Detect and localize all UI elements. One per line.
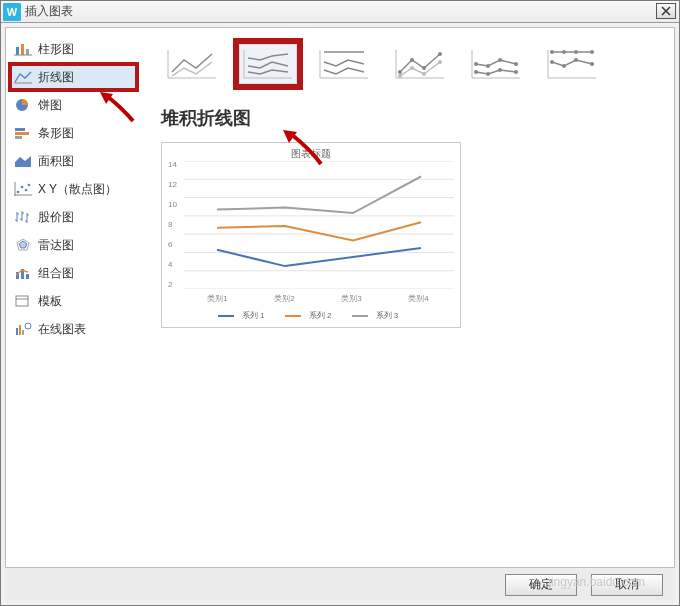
dialog-footer: jingyan.baidu.com 确定 取消 bbox=[5, 567, 675, 601]
svg-point-44 bbox=[590, 62, 594, 66]
subtype-line-stacked-markers[interactable] bbox=[467, 44, 525, 84]
sidebar-item-label: 条形图 bbox=[38, 125, 74, 142]
sidebar-item-column[interactable]: 柱形图 bbox=[10, 36, 137, 62]
sidebar-item-line[interactable]: 折线图 bbox=[10, 64, 137, 90]
template-icon bbox=[14, 294, 32, 308]
svg-rect-0 bbox=[16, 47, 19, 55]
subtype-line-markers[interactable] bbox=[391, 44, 449, 84]
sidebar-item-label: 股价图 bbox=[38, 209, 74, 226]
main-panel: 堆积折线图 图表标题 14 12 10 8 6 4 2 bbox=[141, 28, 674, 600]
svg-rect-2 bbox=[26, 49, 29, 55]
svg-point-24 bbox=[438, 52, 442, 56]
sidebar-item-label: 雷达图 bbox=[38, 237, 74, 254]
svg-point-36 bbox=[514, 62, 518, 66]
svg-point-37 bbox=[550, 50, 554, 54]
svg-point-31 bbox=[498, 68, 502, 72]
line-markers-icon bbox=[394, 48, 446, 80]
svg-point-27 bbox=[422, 72, 426, 76]
column-chart-icon bbox=[14, 42, 32, 56]
svg-point-28 bbox=[438, 60, 442, 64]
stacked-line-icon bbox=[242, 48, 294, 80]
preview-title: 图表标题 bbox=[162, 143, 460, 161]
sidebar-item-combo[interactable]: 组合图 bbox=[10, 260, 137, 286]
pct-stacked-line-markers-icon bbox=[546, 48, 598, 80]
svg-rect-1 bbox=[21, 44, 24, 55]
svg-rect-14 bbox=[16, 296, 28, 306]
svg-point-38 bbox=[562, 50, 566, 54]
svg-point-18 bbox=[25, 323, 31, 329]
titlebar: W 插入图表 bbox=[1, 1, 679, 23]
radar-chart-icon bbox=[14, 238, 32, 252]
svg-point-23 bbox=[422, 66, 426, 70]
svg-rect-4 bbox=[15, 128, 25, 131]
preview-plot bbox=[184, 161, 454, 289]
online-chart-icon bbox=[14, 322, 32, 336]
svg-point-29 bbox=[474, 70, 478, 74]
svg-point-10 bbox=[28, 184, 31, 187]
sidebar-item-template[interactable]: 模板 bbox=[10, 288, 137, 314]
dialog-body: 柱形图 折线图 饼图 条形图 bbox=[5, 27, 675, 601]
sidebar-item-online[interactable]: 在线图表 bbox=[10, 316, 137, 342]
sidebar-item-pie[interactable]: 饼图 bbox=[10, 92, 137, 118]
sidebar-item-label: 饼图 bbox=[38, 97, 62, 114]
dialog-title: 插入图表 bbox=[25, 3, 73, 20]
subtype-line-pct-markers[interactable] bbox=[543, 44, 601, 84]
close-icon bbox=[661, 6, 671, 16]
app-icon: W bbox=[3, 3, 21, 21]
chart-type-sidebar: 柱形图 折线图 饼图 条形图 bbox=[6, 28, 141, 600]
bar-chart-icon bbox=[14, 126, 32, 140]
pct-stacked-line-icon bbox=[318, 48, 370, 80]
sidebar-item-label: 面积图 bbox=[38, 153, 74, 170]
svg-point-9 bbox=[25, 189, 28, 192]
svg-point-8 bbox=[21, 186, 24, 189]
sidebar-item-bar[interactable]: 条形图 bbox=[10, 120, 137, 146]
preview-xcats: 类别1 类别2 类别3 类别4 bbox=[184, 293, 452, 304]
subtype-line-basic[interactable] bbox=[163, 44, 221, 84]
svg-rect-17 bbox=[22, 330, 24, 335]
pie-chart-icon bbox=[14, 98, 32, 112]
svg-point-42 bbox=[562, 64, 566, 68]
chart-preview: 图表标题 14 12 10 8 6 4 2 bbox=[161, 142, 461, 328]
stock-chart-icon bbox=[14, 210, 32, 224]
sidebar-item-radar[interactable]: 雷达图 bbox=[10, 232, 137, 258]
line-chart-icon bbox=[14, 70, 32, 84]
sidebar-item-label: 模板 bbox=[38, 293, 62, 310]
svg-point-21 bbox=[398, 70, 402, 74]
preview-yticks: 14 12 10 8 6 4 2 bbox=[168, 161, 177, 301]
svg-rect-16 bbox=[19, 325, 21, 335]
svg-point-43 bbox=[574, 58, 578, 62]
svg-point-40 bbox=[590, 50, 594, 54]
subtype-line-stacked[interactable] bbox=[239, 44, 297, 84]
sidebar-item-label: 组合图 bbox=[38, 265, 74, 282]
svg-point-41 bbox=[550, 60, 554, 64]
line-basic-icon bbox=[166, 48, 218, 80]
svg-rect-15 bbox=[16, 328, 18, 335]
subtype-line-pct[interactable] bbox=[315, 44, 373, 84]
sidebar-item-scatter[interactable]: X Y（散点图） bbox=[10, 176, 137, 202]
svg-point-22 bbox=[410, 58, 414, 62]
svg-point-35 bbox=[498, 58, 502, 62]
sidebar-item-label: X Y（散点图） bbox=[38, 181, 117, 198]
svg-point-30 bbox=[486, 72, 490, 76]
svg-rect-6 bbox=[15, 136, 22, 139]
svg-point-39 bbox=[574, 50, 578, 54]
sidebar-item-label: 柱形图 bbox=[38, 41, 74, 58]
svg-point-7 bbox=[17, 191, 20, 194]
svg-point-26 bbox=[410, 66, 414, 70]
sidebar-item-label: 在线图表 bbox=[38, 321, 86, 338]
svg-point-34 bbox=[486, 64, 490, 68]
combo-chart-icon bbox=[14, 266, 32, 280]
close-button[interactable] bbox=[656, 3, 676, 19]
sidebar-item-area[interactable]: 面积图 bbox=[10, 148, 137, 174]
subtype-strip bbox=[159, 38, 658, 102]
scatter-chart-icon bbox=[14, 182, 32, 196]
subtype-title: 堆积折线图 bbox=[161, 106, 658, 130]
area-chart-icon bbox=[14, 154, 32, 168]
sidebar-item-stock[interactable]: 股价图 bbox=[10, 204, 137, 230]
sidebar-item-label: 折线图 bbox=[38, 69, 74, 86]
insert-chart-dialog: W 插入图表 柱形图 折线图 bbox=[0, 0, 680, 606]
preview-legend: 系列 1 系列 2 系列 3 bbox=[162, 310, 460, 321]
watermark: jingyan.baidu.com bbox=[548, 575, 645, 589]
stacked-line-markers-icon bbox=[470, 48, 522, 80]
svg-point-32 bbox=[514, 70, 518, 74]
